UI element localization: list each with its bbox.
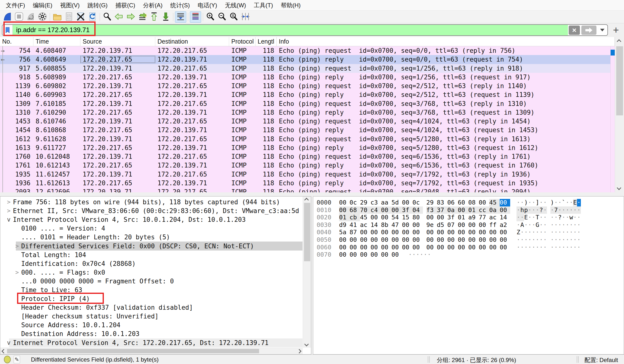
cell-no[interactable]: 2093	[0, 188, 33, 192]
hex-byte[interactable]: 00	[479, 199, 489, 206]
hex-byte[interactable]: 00	[437, 244, 447, 251]
ascii-char[interactable]: ·	[573, 229, 577, 236]
column-header-protocol[interactable]: Protocol	[229, 37, 256, 46]
column-header-no[interactable]: No.	[0, 37, 33, 46]
ascii-char[interactable]: ·	[570, 229, 573, 236]
cell-info[interactable]: Echo (ping) reply id=0x0700, seq=0/0, tt…	[277, 56, 610, 63]
hex-byte[interactable]: 00	[370, 236, 381, 244]
cell-len[interactable]: 118	[256, 100, 277, 107]
ascii-char[interactable]: ·	[570, 206, 573, 214]
cell-info[interactable]: Echo (ping) request id=0x0700, seq=3/768…	[277, 100, 610, 107]
ascii-char[interactable]: ·	[554, 244, 558, 251]
cell-info[interactable]: Echo (ping) request id=0x0700, seq=7/179…	[277, 171, 610, 178]
hex-byte[interactable]: 00	[489, 244, 500, 251]
display-filter-input[interactable]: ip.addr == 172.20.139.71	[13, 25, 568, 35]
ascii-char[interactable]: ·	[532, 206, 536, 214]
hex-byte[interactable]: 3f	[447, 214, 458, 221]
ascii-char[interactable]: `	[562, 199, 566, 206]
cell-no[interactable]: 918	[0, 73, 33, 81]
filter-clear-button[interactable]: ×	[569, 25, 580, 35]
ascii-char[interactable]: ·	[517, 214, 520, 221]
cell-time[interactable]: 5.608989	[33, 73, 80, 81]
ascii-char[interactable]: ·	[517, 221, 520, 229]
hex-byte[interactable]: 00	[391, 236, 402, 244]
cell-proto[interactable]: ICMP	[229, 162, 256, 169]
hex-row-0010[interactable]: 0010006870c400003f04f3370a0001cc0a00·hp·…	[317, 206, 624, 214]
cell-src[interactable]: 172.20.217.65	[80, 73, 155, 81]
ascii-char[interactable]: ·	[539, 199, 543, 206]
cell-dst[interactable]: 172.20.217.65	[155, 118, 229, 125]
scroll-left-icon[interactable]	[1, 349, 6, 353]
scroll-down-icon[interactable]	[304, 342, 309, 346]
ascii-char[interactable]: E	[573, 199, 577, 206]
hex-byte[interactable]: 3f	[402, 206, 413, 214]
ascii-char[interactable]: ·	[517, 199, 520, 206]
hex-byte[interactable]: 14	[500, 214, 510, 221]
hex-byte[interactable]: 00	[479, 244, 489, 251]
scroll-down-icon[interactable]	[617, 185, 621, 190]
ascii-char[interactable]: ·	[562, 236, 566, 244]
ascii-char[interactable]: ·	[536, 206, 539, 214]
menu-item-0[interactable]: 文件(F)	[2, 0, 29, 10]
cell-no[interactable]: 1935	[0, 171, 33, 178]
hex-byte[interactable]: 00	[426, 236, 437, 244]
ascii-char[interactable]: ·	[543, 229, 547, 236]
restart-capture-button[interactable]	[25, 11, 36, 23]
menu-item-9[interactable]: 工具(T)	[250, 0, 277, 10]
cell-src[interactable]: 172.20.217.65	[80, 109, 155, 116]
cell-no[interactable]: 1454	[0, 126, 33, 134]
hex-byte[interactable]: 00	[458, 206, 468, 214]
hex-byte[interactable]: d9	[339, 221, 350, 229]
scrollbar-thumb[interactable]	[304, 203, 310, 261]
go-to-packet-button[interactable]	[137, 11, 148, 23]
ascii-char[interactable]: ·	[528, 199, 532, 206]
collapsed-chevron-icon[interactable]: >	[5, 199, 13, 205]
menu-item-3[interactable]: 跳转(G)	[84, 0, 112, 10]
hex-row-0030[interactable]: 0030d941ac148b4700009ed507000000ffa2·A··…	[317, 221, 624, 229]
ascii-char[interactable]: ·	[566, 221, 570, 229]
cell-time[interactable]: 5.608855	[33, 65, 80, 72]
cell-proto[interactable]: ICMP	[229, 180, 256, 187]
cell-len[interactable]: 118	[256, 188, 277, 192]
cell-len[interactable]: 118	[256, 82, 277, 90]
cell-len[interactable]: 118	[256, 162, 277, 169]
cell-len[interactable]: 118	[256, 135, 277, 143]
hex-byte[interactable]: 00	[402, 229, 413, 236]
cell-info[interactable]: Echo (ping) request id=0x0700, seq=8/204…	[277, 188, 610, 192]
ascii-char[interactable]: ·	[573, 206, 577, 214]
hex-byte[interactable]: 0c	[350, 199, 360, 206]
menu-item-1[interactable]: 编辑(E)	[29, 0, 56, 10]
menu-item-10[interactable]: 帮助(H)	[277, 0, 304, 10]
ascii-char[interactable]: ·	[554, 221, 558, 229]
ascii-char[interactable]: ·	[517, 206, 520, 214]
hex-byte[interactable]: 0a	[489, 206, 500, 214]
hex-byte[interactable]: ac	[360, 221, 370, 229]
detail-line-16[interactable]: vInternet Protocol Version 4, Src: 172.2…	[0, 339, 303, 347]
cell-time[interactable]: 7.610185	[33, 100, 80, 107]
ascii-char[interactable]: ·	[536, 236, 539, 244]
hex-byte[interactable]: 00	[360, 236, 370, 244]
ascii-char[interactable]: ·	[528, 221, 532, 229]
ascii-char[interactable]: ·	[517, 236, 520, 244]
menu-item-5[interactable]: 分析(A)	[139, 0, 166, 10]
hex-byte[interactable]: 00	[381, 229, 391, 236]
ascii-char[interactable]: )	[524, 199, 528, 206]
hex-byte[interactable]: 00	[391, 229, 402, 236]
ascii-char[interactable]: ·	[543, 244, 547, 251]
cell-info[interactable]: Echo (ping) request id=0x0700, seq=1/256…	[277, 65, 610, 72]
cell-src[interactable]: 172.20.139.71	[80, 65, 155, 72]
cell-proto[interactable]: ICMP	[229, 171, 256, 178]
detail-line-7[interactable]: Identification: 0x70c4 (28868)	[0, 259, 303, 268]
hex-byte[interactable]: 00	[370, 244, 381, 251]
ascii-char[interactable]: ·	[532, 236, 536, 244]
cell-dst[interactable]: 172.20.139.71	[155, 180, 229, 187]
ascii-char[interactable]: ·	[520, 229, 524, 236]
hex-byte[interactable]: 00	[360, 229, 370, 236]
hex-byte[interactable]: 68	[350, 206, 360, 214]
hex-byte[interactable]: 00	[500, 206, 510, 214]
ascii-char[interactable]: ·	[554, 199, 558, 206]
ascii-char[interactable]: ·	[577, 199, 581, 206]
ascii-char[interactable]: ·	[543, 214, 547, 221]
hex-byte[interactable]: 00	[402, 221, 413, 229]
cell-src[interactable]: 172.20.217.65	[80, 180, 155, 187]
